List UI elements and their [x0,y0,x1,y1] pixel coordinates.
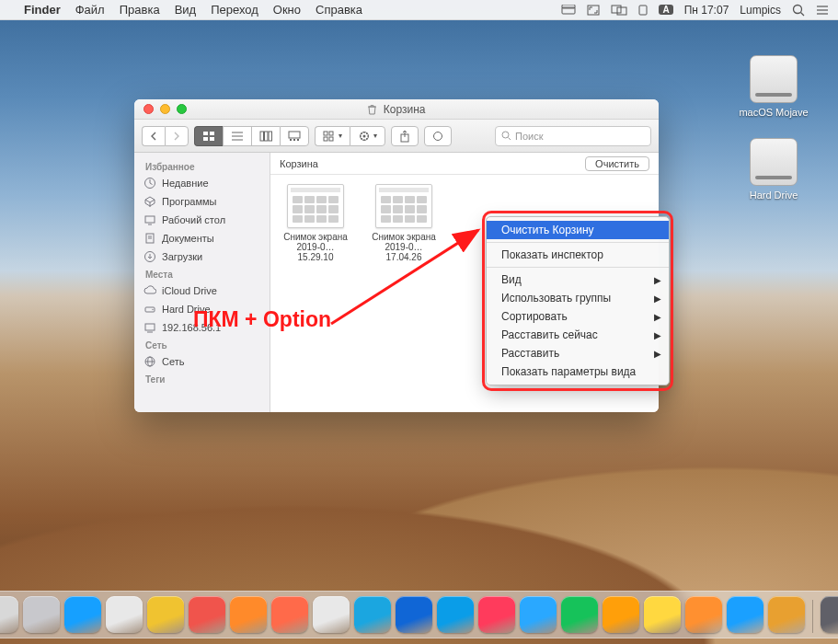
dock-app[interactable] [396,596,432,633]
dock-app[interactable] [685,596,722,633]
menu-help[interactable]: Справка [316,3,362,17]
dock-app[interactable] [64,596,101,633]
chevron-right-icon: ▶ [654,293,661,304]
dock-app[interactable] [313,596,350,633]
dock-app[interactable] [0,596,18,633]
sidebar-item-network[interactable]: Сеть [134,352,270,371]
ctx-item-use-groups[interactable]: Использовать группы▶ [487,289,669,307]
window-title: Корзина [384,103,426,116]
dock-app[interactable] [727,596,763,633]
menu-view[interactable]: Вид [175,3,197,17]
svg-rect-24 [297,139,299,141]
sidebar-section-network: Сеть [134,337,270,352]
display-icon[interactable] [611,5,627,16]
dock-app[interactable] [354,596,391,633]
dock-app[interactable] [478,596,515,633]
dock-app[interactable] [230,596,267,633]
screenshot-thumb [287,184,344,228]
menubar-clock[interactable]: Пн 17:07 [684,4,729,17]
svg-rect-20 [269,132,272,141]
menu-window[interactable]: Окно [273,3,301,17]
desktop-drive-mojave[interactable]: macOS Mojave [737,55,810,118]
file-item[interactable]: Снимок экрана 2019-0…17.04.26 [368,184,440,262]
view-columns-button[interactable] [251,126,280,146]
dock-app[interactable] [23,596,60,633]
svg-point-30 [363,134,366,137]
sidebar-item-downloads[interactable]: Загрузки [134,247,270,266]
svg-rect-5 [639,6,647,15]
sidebar-section-locations: Места [134,266,270,282]
dock-app[interactable] [106,596,143,633]
arrange-button[interactable]: ▾ [315,126,350,146]
ctx-item-cleanup-by[interactable]: Расставить▶ [487,344,669,362]
dock-app[interactable] [189,596,225,633]
sidebar-item-icloud[interactable]: iCloud Drive [134,282,270,300]
sidebar-item-desktop[interactable]: Рабочий стол [134,211,270,229]
svg-rect-25 [324,132,327,135]
sidebar-item-apps[interactable]: Программы [134,192,270,211]
svg-rect-14 [210,137,214,141]
fullscreen-button[interactable] [177,104,187,114]
ctx-item-sort[interactable]: Сортировать▶ [487,307,669,326]
context-menu-wrapper: Очистить Корзину Показать инспектор Вид▶… [486,216,670,385]
sidebar-item-recent[interactable]: Недавние [134,174,270,192]
search-field[interactable]: Поиск [495,126,651,146]
close-button[interactable] [143,104,154,114]
svg-rect-11 [203,132,208,135]
dock-app[interactable] [561,596,598,633]
menu-go[interactable]: Переход [211,3,258,17]
apps-icon [143,195,156,208]
dock-app[interactable] [271,596,308,633]
app-name[interactable]: Finder [24,3,61,17]
menubar-user[interactable]: Lumpics [740,4,781,17]
dock-app[interactable] [644,596,681,633]
dock-app[interactable] [437,596,474,633]
chevron-right-icon: ▶ [654,312,661,322]
nav-forward-button[interactable] [165,126,189,146]
trash-title-icon [367,104,377,115]
cloud-icon [143,284,156,297]
view-gallery-button[interactable] [280,126,309,146]
notification-center-icon[interactable] [816,5,829,16]
ctx-label: Расставить сейчас [501,328,598,341]
disk-status-icon[interactable] [561,5,576,16]
menu-file[interactable]: Файл [75,3,105,17]
ctx-label: Показать инспектор [501,248,603,261]
action-button[interactable]: ▾ [350,126,385,146]
ctx-item-view-options[interactable]: Показать параметры вида [487,362,669,381]
view-list-button[interactable] [223,126,251,146]
ctx-item-view[interactable]: Вид▶ [487,270,669,289]
ctx-label: Расставить [501,347,559,360]
window-titlebar[interactable]: Корзина [134,99,659,120]
svg-rect-23 [293,139,295,141]
desktop-drive-hard[interactable]: Hard Drive [737,138,810,201]
minimize-button[interactable] [160,104,170,114]
drive-icon [750,55,798,103]
dock-app[interactable] [821,596,839,633]
share-button[interactable] [391,126,419,146]
svg-rect-36 [145,216,155,223]
dock-app[interactable] [768,596,805,633]
view-icons-button[interactable] [194,126,223,146]
network-icon [143,321,156,334]
dock-app[interactable] [147,596,184,633]
chevron-right-icon: ▶ [654,349,661,359]
input-source-badge[interactable]: A [659,5,672,15]
nav-back-button[interactable] [142,126,165,146]
ctx-item-show-inspector[interactable]: Показать инспектор [487,246,669,264]
ctx-separator [487,267,669,268]
sidebar-section-tags: Теги [134,371,270,386]
fullscreen-icon[interactable] [587,5,600,16]
tags-button[interactable] [424,126,452,146]
svg-rect-19 [265,132,269,141]
spotlight-icon[interactable] [792,4,805,17]
remote-icon[interactable] [638,5,648,16]
empty-trash-button[interactable]: Очистить [585,156,649,171]
sidebar-item-documents[interactable]: Документы [134,229,270,247]
ctx-item-cleanup-now[interactable]: Расставить сейчас▶ [487,326,669,344]
ctx-item-empty-trash[interactable]: Очистить Корзину [487,221,669,239]
menu-edit[interactable]: Правка [120,3,160,17]
file-item[interactable]: Снимок экрана 2019-0…15.29.10 [280,184,351,262]
dock-app[interactable] [520,596,557,633]
dock-app[interactable] [603,596,639,633]
